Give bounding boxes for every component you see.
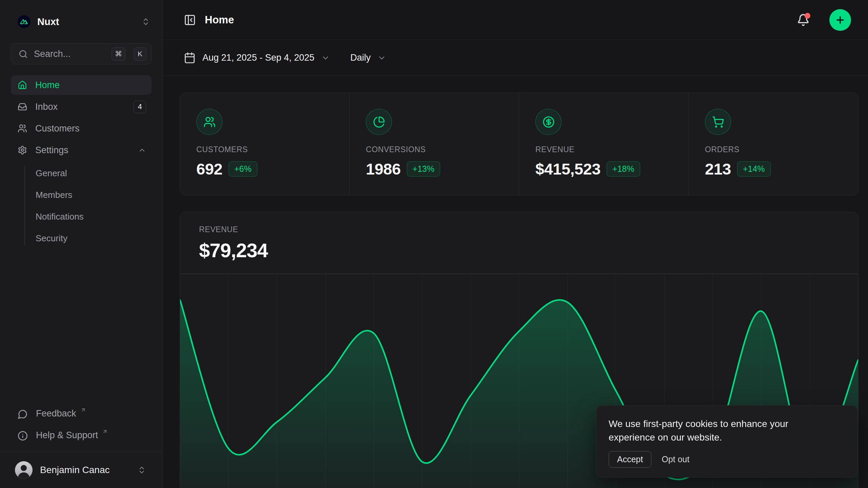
help-support-label: Help & Support (36, 430, 98, 441)
page-title: Home (205, 14, 788, 26)
collapse-sidebar-icon[interactable] (184, 14, 196, 26)
help-support-link[interactable]: Help & Support (11, 427, 152, 446)
settings-subnav: General Members Notifications Security (11, 165, 152, 247)
pie-chart-icon (366, 109, 392, 135)
cookie-banner: We use first-party cookies to enhance yo… (596, 405, 858, 477)
filter-bar: Aug 21, 2025 - Sep 4, 2025 Daily (163, 40, 868, 76)
stat-value: 692 (196, 160, 222, 178)
date-range-label: Aug 21, 2025 - Sep 4, 2025 (202, 53, 314, 63)
kbd-k: K (134, 47, 146, 61)
calendar-icon (184, 52, 196, 64)
sidebar-nav: Home Inbox 4 Customers Settings General … (11, 75, 152, 247)
feedback-label: Feedback (36, 408, 76, 419)
user-name: Benjamin Canac (40, 465, 130, 475)
external-link-arrow-icon (102, 429, 108, 434)
sidebar-item-home[interactable]: Home (11, 75, 152, 95)
sidebar-item-label: Home (35, 80, 146, 90)
stat-delta-badge: +13% (407, 161, 440, 177)
notification-dot (805, 13, 810, 19)
stats-row: CUSTOMERS 692 +6% CONVERSIONS 1986 +13% (180, 93, 859, 196)
message-bubble-icon (18, 409, 28, 419)
chevron-up-icon (138, 146, 146, 154)
sidebar-spacer (11, 247, 152, 405)
shopping-cart-icon (705, 109, 731, 135)
sidebar-item-label: Inbox (35, 102, 125, 112)
info-circle-icon (18, 431, 28, 441)
cookie-optout-button[interactable]: Opt out (662, 454, 689, 464)
feedback-link[interactable]: Feedback (11, 405, 152, 424)
cookie-accept-button[interactable]: Accept (609, 451, 651, 468)
search-input[interactable]: Search... ⌘ K (11, 43, 152, 64)
cookie-message: We use first-party cookies to enhance yo… (609, 417, 819, 444)
stat-label: CONVERSIONS (366, 145, 505, 154)
dollar-circle-icon (535, 109, 561, 135)
plus-icon (835, 15, 846, 25)
brand-name: Nuxt (37, 16, 135, 27)
home-icon (18, 80, 27, 90)
sidebar-subitem-members[interactable]: Members (36, 186, 152, 203)
stat-value: $415,523 (535, 160, 600, 178)
avatar (15, 461, 33, 479)
date-range-picker[interactable]: Aug 21, 2025 - Sep 4, 2025 (184, 52, 330, 64)
search-icon (19, 49, 28, 59)
external-link-arrow-icon (80, 407, 86, 413)
inbox-count-badge: 4 (134, 101, 146, 113)
add-button[interactable] (829, 9, 851, 31)
sidebar-item-settings[interactable]: Settings (11, 140, 152, 160)
stat-card-customers: CUSTOMERS 692 +6% (180, 93, 350, 195)
sidebar-item-label: Settings (35, 145, 130, 156)
sidebar-subitem-security[interactable]: Security (36, 230, 152, 247)
notifications-button[interactable] (797, 14, 810, 26)
stat-delta-badge: +14% (737, 161, 771, 177)
stat-value: 213 (705, 160, 731, 178)
chevrons-up-down-icon (137, 466, 146, 474)
revenue-panel-label: REVENUE (199, 225, 858, 234)
stat-label: CUSTOMERS (196, 145, 336, 154)
sidebar-item-label: Customers (35, 123, 146, 134)
stat-card-revenue: REVENUE $415,523 +18% (519, 93, 689, 195)
gear-icon (18, 145, 27, 155)
inbox-icon (18, 102, 27, 111)
stat-delta-badge: +18% (607, 161, 640, 177)
stat-delta-badge: +6% (229, 161, 257, 177)
top-header: Home (163, 0, 868, 40)
chevron-down-icon (377, 54, 386, 62)
sidebar-subitem-notifications[interactable]: Notifications (36, 208, 152, 225)
sidebar-item-customers[interactable]: Customers (11, 119, 152, 138)
granularity-select[interactable]: Daily (350, 53, 386, 63)
sidebar-footer: Feedback Help & Support (11, 405, 152, 452)
sidebar-user-section: Benjamin Canac (0, 452, 162, 488)
revenue-panel-value: $79,234 (199, 239, 858, 262)
stat-label: ORDERS (705, 145, 845, 154)
granularity-label: Daily (350, 53, 371, 63)
chevrons-up-down-icon (141, 17, 150, 26)
team-switcher[interactable]: Nuxt (11, 0, 152, 43)
chevron-down-icon (321, 54, 330, 62)
stat-label: REVENUE (535, 145, 675, 154)
stat-value: 1986 (366, 160, 401, 178)
stat-card-conversions: CONVERSIONS 1986 +13% (350, 93, 519, 195)
search-placeholder: Search... (34, 49, 103, 59)
users-icon (18, 124, 27, 133)
sidebar-item-inbox[interactable]: Inbox 4 (11, 97, 152, 117)
kbd-cmd: ⌘ (112, 47, 125, 61)
nuxt-logo-icon (18, 15, 31, 28)
sidebar-subitem-general[interactable]: General (36, 165, 152, 182)
user-menu-button[interactable]: Benjamin Canac (11, 457, 152, 483)
sidebar: Nuxt Search... ⌘ K Home Inbox 4 Customer… (0, 0, 163, 488)
stat-card-orders: ORDERS 213 +14% (689, 93, 858, 195)
users-icon (196, 109, 222, 135)
